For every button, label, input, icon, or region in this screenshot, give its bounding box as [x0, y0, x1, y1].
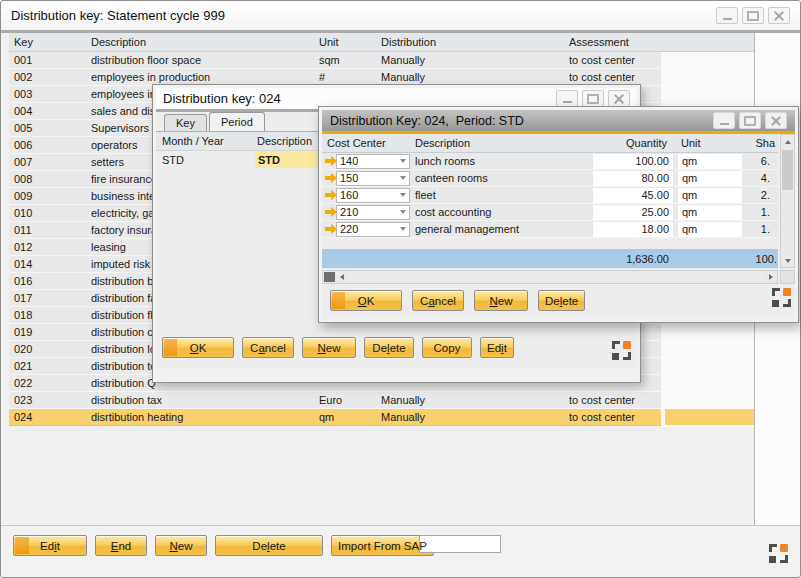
new-button[interactable]: New [155, 535, 207, 556]
maximize-button[interactable] [739, 112, 761, 129]
maximize-button[interactable] [582, 90, 604, 107]
scrollbar-thumb[interactable] [782, 150, 793, 190]
link-arrow-icon[interactable] [325, 173, 338, 184]
quantity-input[interactable]: 45.00 [593, 188, 673, 203]
cell-distribution: Manually [381, 54, 569, 66]
table-row[interactable]: 001 distribution floor space sqm Manuall… [9, 52, 661, 69]
end-button[interactable]: End [95, 535, 147, 556]
arrow-right-icon [769, 274, 773, 280]
close-icon [614, 94, 624, 104]
tab-period[interactable]: Period [209, 112, 265, 131]
cell-key: 009 [14, 190, 91, 202]
footer-buttons: Edit End New Delete Import From SAP [13, 535, 434, 556]
link-arrow-icon[interactable] [325, 190, 338, 201]
cell-key: 001 [14, 54, 91, 66]
expand-form-icon[interactable] [612, 341, 631, 360]
cell-key: 021 [14, 360, 91, 372]
cell-key: 017 [14, 292, 91, 304]
new-button[interactable]: New [474, 290, 528, 311]
cell-share: 1. [742, 223, 778, 235]
main-table-header: Key Description Unit Distribution Assess… [9, 33, 754, 52]
cost-center-select[interactable]: 160 [336, 188, 410, 203]
cell-key: 011 [14, 224, 91, 236]
column-header-assessment: Assessment [569, 36, 754, 48]
scroll-left-button[interactable] [335, 271, 348, 283]
unit-input[interactable]: qm [678, 205, 742, 220]
table-row[interactable]: 023 distribution tax Euro Manually to co… [9, 392, 661, 409]
unit-input[interactable]: qm [678, 171, 742, 186]
quantity-input[interactable]: 25.00 [593, 205, 673, 220]
ok-button[interactable]: OK [162, 337, 234, 358]
cell-unit: Euro [319, 394, 381, 406]
footer-input[interactable] [419, 535, 501, 553]
unit-input[interactable]: qm [678, 188, 742, 203]
chevron-down-icon [400, 227, 406, 231]
quantity-input[interactable]: 80.00 [593, 171, 673, 186]
totals-row: 1,636.00 100. [322, 249, 778, 268]
maximize-button[interactable] [742, 7, 764, 24]
cell-assessment: to cost center [569, 71, 661, 83]
edit-button[interactable]: Edit [480, 337, 514, 358]
table-row[interactable]: 024 disrtibution heating qm Manually to … [9, 409, 661, 426]
cell-key: 003 [14, 88, 91, 100]
window-title: Distribution Key: 024, Period: STD [330, 114, 524, 128]
quantity-input[interactable]: 18.00 [593, 222, 673, 237]
cell-share: 6. [742, 155, 778, 167]
link-arrow-icon[interactable] [325, 224, 338, 235]
expand-form-icon[interactable] [772, 288, 791, 307]
cell-key: 004 [14, 105, 91, 117]
cell-key: 023 [14, 394, 91, 406]
cell-key: 008 [14, 173, 91, 185]
column-header-description: Description [91, 36, 319, 48]
tab-key[interactable]: Key [164, 114, 207, 131]
cell-description: distribution floor space [91, 54, 319, 66]
unit-input[interactable]: qm [678, 222, 742, 237]
front-body: Cost Center Description Quantity Unit Sh… [322, 134, 795, 319]
minimize-button[interactable] [716, 7, 738, 24]
cost-center-row: 220 general management 18.00 qm 1. [322, 221, 778, 238]
cell-unit: # [319, 71, 381, 83]
minimize-button[interactable] [713, 112, 735, 129]
cell-key: 010 [14, 207, 91, 219]
scroll-up-button[interactable] [781, 135, 794, 148]
close-button[interactable] [768, 7, 790, 24]
mid-buttons: OK Cancel New Delete Copy Edit [162, 337, 514, 358]
vertical-scrollbar[interactable] [780, 134, 795, 268]
quantity-input[interactable]: 100.00 [593, 154, 673, 169]
delete-button[interactable]: Delete [215, 535, 323, 556]
horizontal-scrollbar[interactable] [322, 270, 778, 284]
total-quantity: 1,636.00 [593, 253, 673, 265]
arrow-down-icon [785, 259, 791, 263]
ok-button[interactable]: OK [330, 290, 402, 311]
period-detail-window: Distribution Key: 024, Period: STD Cost … [318, 106, 799, 323]
cancel-button[interactable]: Cancel [412, 290, 464, 311]
scrollbar-thumb[interactable] [324, 272, 335, 282]
scroll-down-button[interactable] [781, 254, 794, 267]
close-button[interactable] [765, 112, 787, 129]
copy-button[interactable]: Copy [422, 337, 472, 358]
new-button[interactable]: New [302, 337, 356, 358]
cell-distribution: Manually [381, 411, 569, 423]
cost-center-row: 160 fleet 45.00 qm 2. [322, 187, 778, 204]
cost-center-table-body: 140 lunch rooms 100.00 qm 6. 150 canteen… [322, 153, 778, 238]
cell-month-year: STD [162, 154, 257, 166]
cancel-button[interactable]: Cancel [242, 337, 294, 358]
cost-center-select[interactable]: 220 [336, 222, 410, 237]
edit-button[interactable]: Edit [13, 535, 87, 556]
cost-center-select[interactable]: 150 [336, 171, 410, 186]
cost-center-select[interactable]: 140 [336, 154, 410, 169]
unit-input[interactable]: qm [678, 154, 742, 169]
link-arrow-icon[interactable] [325, 207, 338, 218]
link-arrow-icon[interactable] [325, 156, 338, 167]
close-button[interactable] [608, 90, 630, 107]
minimize-button[interactable] [556, 90, 578, 107]
delete-button[interactable]: Delete [364, 337, 414, 358]
column-header-month-year: Month / Year [162, 135, 257, 147]
total-share: 100. [742, 253, 778, 265]
cost-center-select[interactable]: 210 [336, 205, 410, 220]
scroll-right-button[interactable] [764, 271, 777, 283]
expand-form-icon[interactable] [769, 544, 788, 563]
minimize-icon [563, 101, 572, 103]
minimize-icon [723, 18, 732, 20]
delete-button[interactable]: Delete [538, 290, 585, 311]
